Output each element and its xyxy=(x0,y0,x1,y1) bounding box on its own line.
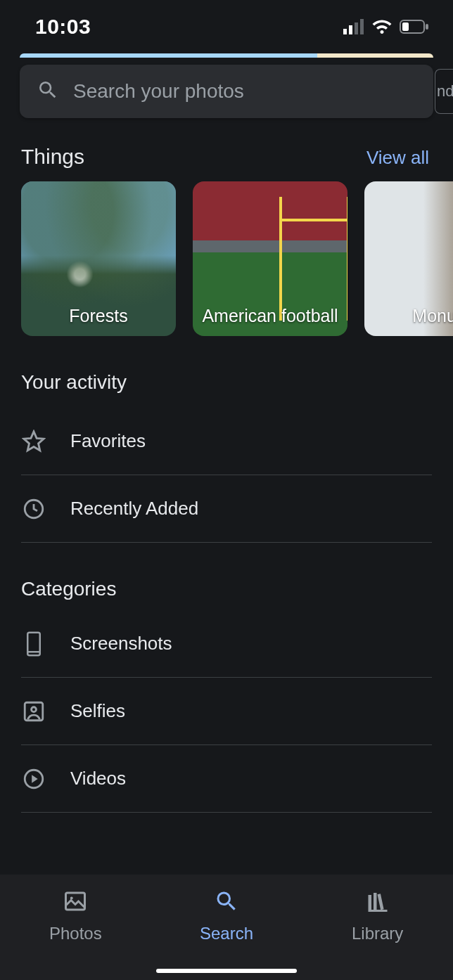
portrait-icon xyxy=(21,699,46,723)
svg-rect-3 xyxy=(360,19,364,34)
nav-photos[interactable]: Photos xyxy=(0,875,151,980)
row-label: Selfies xyxy=(70,700,125,722)
thing-label: American football xyxy=(202,306,338,326)
categories-title: Categories xyxy=(0,543,453,610)
svg-point-14 xyxy=(70,897,73,900)
svg-rect-16 xyxy=(374,893,377,910)
status-bar: 10:03 xyxy=(0,0,453,53)
svg-rect-15 xyxy=(368,895,371,910)
things-row[interactable]: Forests American football Monum xyxy=(0,181,453,336)
svg-rect-1 xyxy=(349,25,352,34)
svg-rect-2 xyxy=(355,22,358,34)
nav-label: Library xyxy=(352,924,403,943)
nav-library[interactable]: Library xyxy=(302,875,453,980)
date-chip-peek[interactable]: nda xyxy=(435,69,453,114)
clock-icon xyxy=(21,497,46,521)
search-input[interactable] xyxy=(73,80,416,103)
status-time: 10:03 xyxy=(35,15,91,39)
nav-search[interactable]: Search xyxy=(151,875,302,980)
things-view-all[interactable]: View all xyxy=(366,147,429,169)
things-title: Things xyxy=(21,145,84,169)
svg-rect-18 xyxy=(368,910,387,912)
smartphone-icon xyxy=(21,631,46,657)
row-label: Screenshots xyxy=(70,633,172,655)
status-icons xyxy=(343,19,429,34)
activity-list: Favorites Recently Added xyxy=(0,408,453,543)
activity-recently-added[interactable]: Recently Added xyxy=(21,475,432,543)
play-circle-icon xyxy=(21,767,46,791)
svg-rect-0 xyxy=(343,29,347,34)
wifi-icon xyxy=(371,19,393,34)
svg-point-11 xyxy=(32,707,37,711)
nav-label: Search xyxy=(200,924,253,943)
svg-rect-5 xyxy=(402,22,409,31)
thing-card-american-football[interactable]: American football xyxy=(193,181,347,336)
categories-list: Screenshots Selfies Videos xyxy=(0,610,453,813)
row-label: Recently Added xyxy=(70,498,198,520)
thing-card-monuments[interactable]: Monum xyxy=(364,181,453,336)
thing-card-forests[interactable]: Forests xyxy=(21,181,176,336)
row-label: Videos xyxy=(70,768,126,789)
activity-favorites[interactable]: Favorites xyxy=(21,408,432,475)
thing-label: Forests xyxy=(69,306,127,326)
category-screenshots[interactable]: Screenshots xyxy=(21,610,432,678)
library-icon xyxy=(365,889,390,917)
star-icon xyxy=(21,430,46,453)
bottom-nav: Photos Search Library xyxy=(0,875,453,980)
category-selfies[interactable]: Selfies xyxy=(21,678,432,745)
svg-rect-6 xyxy=(426,24,428,30)
row-label: Favorites xyxy=(70,430,146,452)
cellular-icon xyxy=(343,19,364,34)
svg-rect-17 xyxy=(377,894,383,910)
home-indicator[interactable] xyxy=(156,969,297,973)
battery-icon xyxy=(400,19,429,34)
category-videos[interactable]: Videos xyxy=(21,745,432,813)
image-icon xyxy=(63,889,88,917)
nav-label: Photos xyxy=(49,924,102,943)
search-bar[interactable] xyxy=(20,65,433,118)
search-icon xyxy=(37,79,59,104)
thing-label: Monum xyxy=(412,306,453,326)
search-icon xyxy=(214,889,239,917)
your-activity-title: Your activity xyxy=(0,336,453,404)
